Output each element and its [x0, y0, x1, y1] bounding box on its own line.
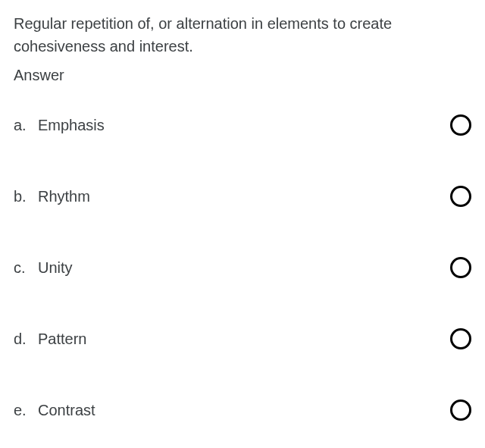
option-row[interactable]: b. Rhythm	[14, 186, 471, 207]
option-letter: e.	[14, 402, 38, 419]
option-row[interactable]: c. Unity	[14, 257, 471, 278]
option-label: Pattern	[38, 331, 86, 348]
option-text: d. Pattern	[14, 331, 86, 348]
option-text: b. Rhythm	[14, 188, 90, 205]
option-letter: c.	[14, 259, 38, 277]
question-text: Regular repetition of, or alternation in…	[14, 12, 471, 58]
option-label: Unity	[38, 259, 73, 277]
radio-button[interactable]	[450, 399, 471, 421]
radio-button[interactable]	[450, 186, 471, 207]
answer-label: Answer	[14, 67, 471, 84]
option-text: a. Emphasis	[14, 117, 105, 134]
option-label: Emphasis	[38, 117, 105, 134]
option-letter: b.	[14, 188, 38, 205]
option-text: c. Unity	[14, 259, 73, 277]
option-letter: d.	[14, 331, 38, 348]
option-text: e. Contrast	[14, 402, 95, 419]
option-row[interactable]: d. Pattern	[14, 328, 471, 349]
radio-button[interactable]	[450, 328, 471, 349]
option-label: Contrast	[38, 402, 95, 419]
radio-button[interactable]	[450, 114, 471, 136]
option-letter: a.	[14, 117, 38, 134]
option-row[interactable]: a. Emphasis	[14, 114, 471, 136]
option-row[interactable]: e. Contrast	[14, 399, 471, 421]
radio-button[interactable]	[450, 257, 471, 278]
option-label: Rhythm	[38, 188, 90, 205]
options-list: a. Emphasis b. Rhythm c. Unity d. Patter…	[14, 114, 471, 421]
